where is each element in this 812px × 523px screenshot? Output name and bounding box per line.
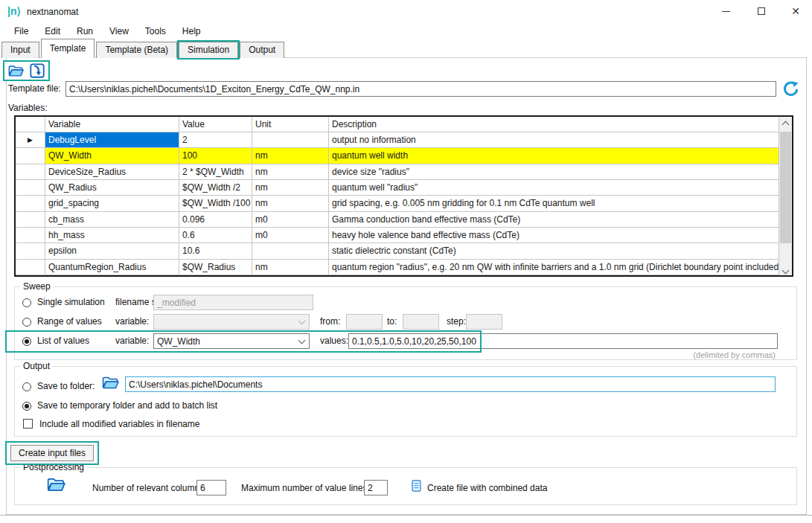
browse-folder-button[interactable] bbox=[101, 373, 120, 394]
table-row[interactable]: hh_mass0.6m0heavy hole valence band effe… bbox=[16, 228, 779, 243]
tab-template-beta[interactable]: Template (Beta) bbox=[96, 42, 177, 58]
table-row[interactable]: epsilon10.6static dielectric constant (C… bbox=[16, 243, 779, 259]
description-cell[interactable]: Gamma conduction band effective mass (Cd… bbox=[329, 212, 779, 228]
unit-cell[interactable]: nm bbox=[252, 164, 329, 180]
row-selector-cell[interactable] bbox=[16, 164, 45, 180]
table-row[interactable]: QW_Radius$QW_Width /2nmquantum well "rad… bbox=[16, 180, 779, 196]
value-lines-input[interactable] bbox=[364, 480, 388, 495]
value-cell[interactable]: $QW_Radius bbox=[179, 260, 252, 275]
unit-cell[interactable]: m0 bbox=[252, 212, 329, 228]
row-selector-cell[interactable] bbox=[16, 212, 45, 228]
range-variable-dropdown[interactable] bbox=[153, 314, 310, 330]
menu-help[interactable]: Help bbox=[174, 25, 209, 39]
description-cell[interactable]: output no information bbox=[329, 132, 779, 148]
variable-cell[interactable]: DebugLevel bbox=[45, 132, 179, 148]
unit-cell[interactable] bbox=[252, 132, 329, 148]
menu-view[interactable]: View bbox=[101, 25, 137, 39]
row-selector-cell[interactable] bbox=[16, 180, 45, 196]
from-input[interactable] bbox=[346, 314, 383, 330]
description-cell[interactable]: heavy hole valence band effective mass (… bbox=[329, 228, 779, 243]
description-cell[interactable]: quantum region "radius", e.g. 20 nm QW w… bbox=[329, 260, 779, 275]
tab-simulation[interactable]: Simulation bbox=[179, 42, 238, 58]
description-cell[interactable]: device size "radius" bbox=[329, 164, 779, 180]
row-selector-cell[interactable] bbox=[16, 243, 45, 259]
chevron-down-icon bbox=[298, 317, 306, 324]
table-row[interactable]: ▶DebugLevel2output no information bbox=[16, 132, 779, 148]
table-row[interactable]: grid_spacing$QW_Width /100nmgrid spacing… bbox=[16, 196, 779, 211]
value-cell[interactable]: $QW_Width /100 bbox=[179, 196, 252, 211]
unit-cell[interactable]: nm bbox=[252, 180, 329, 196]
variable-cell[interactable]: hh_mass bbox=[45, 228, 179, 243]
variable-cell[interactable]: QW_Width bbox=[45, 148, 179, 164]
value-cell[interactable]: 0.6 bbox=[179, 228, 252, 243]
menu-edit[interactable]: Edit bbox=[36, 25, 68, 39]
description-cell[interactable]: static dielectric constant (CdTe) bbox=[329, 243, 779, 259]
tab-template[interactable]: Template bbox=[41, 39, 95, 58]
table-scrollbar[interactable] bbox=[779, 117, 792, 275]
relevant-column-input[interactable] bbox=[196, 480, 226, 495]
menu-tools[interactable]: Tools bbox=[137, 25, 174, 39]
step-input[interactable] bbox=[466, 314, 502, 330]
unit-cell[interactable]: nm bbox=[252, 196, 329, 211]
value-cell[interactable]: 2 bbox=[179, 132, 252, 148]
values-input[interactable] bbox=[348, 333, 778, 349]
row-selector-cell[interactable] bbox=[16, 228, 45, 243]
to-input[interactable] bbox=[403, 314, 439, 330]
unit-cell[interactable] bbox=[252, 243, 329, 259]
value-cell[interactable]: 10.6 bbox=[179, 243, 252, 259]
open-template-button[interactable] bbox=[7, 62, 25, 79]
value-cell[interactable]: $QW_Width /2 bbox=[179, 180, 252, 196]
template-file-input[interactable] bbox=[65, 81, 776, 97]
variable-cell[interactable]: cb_mass bbox=[45, 212, 179, 228]
value-cell[interactable]: 100 bbox=[179, 148, 252, 164]
list-variable-dropdown[interactable]: QW_Width bbox=[153, 333, 310, 349]
postprocessing-folder-button[interactable] bbox=[46, 475, 66, 496]
scroll-down-button[interactable] bbox=[779, 263, 792, 275]
row-selector-cell[interactable]: ▶ bbox=[16, 132, 45, 148]
row-selector-cell[interactable] bbox=[16, 148, 45, 164]
include-variables-checkbox[interactable] bbox=[23, 419, 33, 429]
tab-output[interactable]: Output bbox=[240, 42, 284, 58]
unit-cell[interactable]: nm bbox=[252, 148, 329, 164]
create-input-files-button[interactable]: Create input files bbox=[10, 445, 94, 461]
menu-run[interactable]: Run bbox=[68, 25, 101, 39]
description-cell[interactable]: quantum well width bbox=[329, 148, 779, 164]
combined-data-button[interactable] bbox=[410, 478, 423, 495]
close-button[interactable]: ✕ bbox=[783, 3, 808, 19]
tab-input[interactable]: Input bbox=[1, 42, 39, 58]
table-row[interactable]: cb_mass0.096m0Gamma conduction band effe… bbox=[16, 212, 779, 228]
variable-cell[interactable]: QuantumRegion_Radius bbox=[45, 260, 179, 275]
unit-cell[interactable]: m0 bbox=[252, 228, 329, 243]
refresh-button[interactable] bbox=[781, 80, 799, 100]
filename-suffix-input[interactable] bbox=[153, 295, 313, 310]
variable-cell[interactable]: QW_Radius bbox=[45, 180, 179, 196]
variable-cell[interactable]: epsilon bbox=[45, 243, 179, 259]
description-cell[interactable]: grid spacing, e.g. 0.005 nm gridding for… bbox=[329, 196, 779, 211]
value-cell[interactable]: 0.096 bbox=[179, 212, 252, 228]
output-folder-input[interactable] bbox=[125, 376, 776, 392]
open-folder-icon bbox=[7, 62, 25, 79]
postprocessing-group: Postprocessing Number of relevant column… bbox=[14, 467, 797, 505]
variable-cell[interactable]: grid_spacing bbox=[45, 196, 179, 211]
save-to-folder-radio[interactable] bbox=[22, 382, 31, 391]
maximize-button[interactable] bbox=[749, 3, 774, 19]
list-of-values-radio[interactable] bbox=[22, 337, 31, 346]
description-cell[interactable]: quantum well "radius" bbox=[329, 180, 779, 196]
row-selector-cell[interactable] bbox=[16, 260, 45, 275]
unit-cell[interactable]: nm bbox=[252, 260, 329, 275]
minimize-button[interactable] bbox=[713, 3, 738, 19]
single-simulation-radio[interactable] bbox=[22, 298, 31, 307]
variable-cell[interactable]: DeviceSize_Radius bbox=[45, 164, 179, 180]
table-row[interactable]: DeviceSize_Radius2 * $QW_Widthnmdevice s… bbox=[16, 164, 779, 180]
value-cell[interactable]: 2 * $QW_Width bbox=[179, 164, 252, 180]
table-row[interactable]: QW_Width100nmquantum well width bbox=[16, 148, 779, 164]
menu-file[interactable]: File bbox=[6, 25, 36, 39]
save-temp-folder-radio[interactable] bbox=[22, 402, 31, 411]
table-row[interactable]: QuantumRegion_Radius$QW_Radiusnmquantum … bbox=[16, 260, 779, 275]
scroll-up-button[interactable] bbox=[779, 117, 792, 129]
row-selector-cell[interactable] bbox=[16, 196, 45, 211]
range-of-values-radio[interactable] bbox=[22, 318, 31, 327]
single-simulation-label: Single simulation bbox=[37, 297, 105, 307]
scrollbar-thumb[interactable] bbox=[780, 132, 791, 243]
import-template-button[interactable] bbox=[28, 62, 46, 79]
